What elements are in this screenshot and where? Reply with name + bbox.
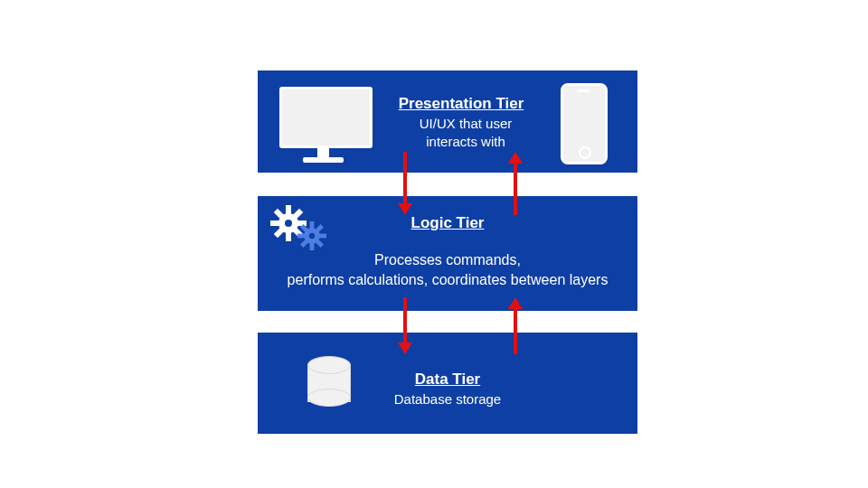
svg-rect-17	[297, 234, 305, 239]
logic-tier-desc: Processes commands,performs calculations…	[267, 250, 628, 289]
data-tier-desc: Database storage	[258, 390, 637, 408]
svg-rect-1	[286, 205, 291, 214]
svg-rect-5	[286, 232, 291, 241]
monitor-icon	[276, 83, 371, 163]
presentation-tier-box: Presentation Tier UI/UX that user intera…	[258, 70, 637, 173]
data-tier-box: Data Tier Database storage	[258, 333, 637, 434]
phone-icon	[561, 83, 608, 164]
presentation-tier-desc: UI/UX that user interacts with	[393, 115, 538, 152]
svg-rect-13	[319, 234, 326, 239]
presentation-tier-title: Presentation Tier	[375, 95, 547, 113]
logic-tier-box: Logic Tier Processes commands,performs c…	[258, 196, 637, 311]
three-tier-architecture-diagram: Presentation Tier UI/UX that user intera…	[0, 0, 868, 488]
logic-tier-title: Logic Tier	[258, 214, 637, 232]
svg-rect-15	[310, 243, 315, 250]
data-tier-title: Data Tier	[258, 371, 637, 389]
svg-point-19	[309, 233, 315, 239]
